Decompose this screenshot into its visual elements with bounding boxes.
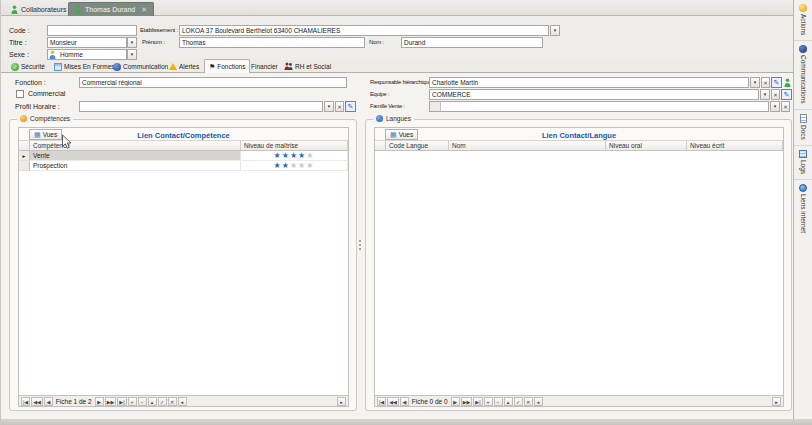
equipe-label: Equipe : [370, 91, 389, 97]
logs-icon [799, 150, 807, 158]
tab-communication[interactable]: Communication [113, 61, 168, 72]
panel-splitter[interactable] [358, 240, 362, 256]
code-input[interactable] [47, 25, 137, 36]
record-position-label: Fiche 0 de 0 [412, 398, 448, 405]
sidebar-item-label: Docs [800, 125, 807, 140]
scroll-left-button[interactable]: ◂ [534, 397, 543, 406]
close-icon[interactable]: ✕ [141, 6, 147, 14]
sexe-dropdown-icon[interactable]: ▼ [127, 49, 137, 60]
cancel-button[interactable]: ✕ [524, 397, 533, 406]
competences-grid-body [19, 171, 348, 395]
sidebar-item-liens-internet[interactable]: Liens internet [794, 180, 812, 238]
prenom-label: Prénom : [142, 39, 165, 45]
titre-combobox[interactable] [47, 37, 127, 48]
famille-vente-field[interactable] [429, 101, 769, 112]
next-record-button[interactable]: ▶ [95, 397, 104, 406]
responsable-edit-icon[interactable]: ✎ [771, 77, 782, 88]
tab-label: Mises En Formes [64, 63, 115, 70]
scroll-right-button[interactable]: ▸ [337, 397, 346, 406]
sexe-combobox[interactable] [47, 49, 127, 60]
responsable-dropdown-icon[interactable]: ▼ [750, 77, 760, 88]
delete-record-button[interactable]: − [138, 397, 147, 406]
vues-button[interactable]: ▦ Vues [29, 129, 62, 140]
column-header-niveau-oral[interactable]: Niveau oral [606, 141, 687, 151]
column-header-code-langue[interactable]: Code Langue [386, 141, 449, 151]
internet-icon [799, 184, 807, 192]
tab-fonctions[interactable]: ⚑ Fonctions [204, 59, 250, 73]
equipe-edit-icon[interactable]: ✎ [781, 89, 792, 100]
column-header-niveau-ecrit[interactable]: Niveau écrit [687, 141, 783, 151]
langues-groupbox: Lien Contact/Langue ▦ Vues Code Langue N… [365, 119, 792, 411]
cancel-button[interactable]: ✕ [168, 397, 177, 406]
first-record-button[interactable]: |◀ [377, 397, 386, 406]
table-row[interactable]: Prospection ★★★★★ [19, 161, 348, 171]
niveau-stars[interactable]: ★★★★★ [241, 161, 348, 171]
tab-financier[interactable]: Financier [251, 61, 278, 72]
etablissement-dropdown-icon[interactable]: ▼ [550, 25, 560, 36]
hr-icon [284, 62, 293, 71]
nom-input[interactable] [401, 37, 543, 48]
competences-navigator: |◀ ◀◀ ◀ Fiche 1 de 2 ▶ ▶▶ ▶| + − ▴ ✓ ✕ ◂… [19, 395, 348, 406]
selected-row-indicator-icon: ▸ [19, 151, 30, 161]
first-record-button[interactable]: |◀ [21, 397, 30, 406]
prev-record-button[interactable]: ◀ [400, 397, 409, 406]
equipe-clear-icon[interactable]: ✕ [771, 89, 780, 100]
add-record-button[interactable]: + [128, 397, 137, 406]
langues-group-label: Langues [373, 115, 414, 122]
langues-column-headers: Code Langue Nom Niveau oral Niveau écrit [375, 141, 783, 151]
sidebar-item-docs[interactable]: Docs [794, 110, 812, 146]
commit-button[interactable]: ✓ [158, 397, 167, 406]
responsable-combobox[interactable] [429, 77, 749, 88]
tab-securite[interactable]: ✓ Sécurité [11, 61, 45, 72]
tab-thomas-durand[interactable]: Thomas Durand ✕ [68, 2, 154, 16]
column-header-nom[interactable]: Nom [449, 141, 606, 151]
sidebar-item-communications[interactable]: Communications [794, 41, 812, 109]
vues-button[interactable]: ▦ Vues [385, 129, 418, 140]
tab-label: Thomas Durand [85, 6, 135, 13]
person-icon [11, 5, 18, 14]
last-record-button[interactable]: ▶| [473, 397, 482, 406]
next-page-button[interactable]: ▶▶ [105, 397, 117, 406]
responsable-clear-icon[interactable]: ✕ [761, 77, 770, 88]
etablissement-input[interactable] [179, 25, 549, 36]
commit-button[interactable]: ✓ [514, 397, 523, 406]
tab-alertes[interactable]: Alertes [169, 61, 199, 72]
next-record-button[interactable]: ▶ [451, 397, 460, 406]
profil-horaire-clear-icon[interactable]: ✕ [335, 101, 344, 112]
sidebar-item-logs[interactable]: Logs [794, 146, 812, 180]
titre-dropdown-icon[interactable]: ▼ [127, 37, 137, 48]
niveau-stars[interactable]: ★★★★★ [241, 151, 348, 161]
commercial-checkbox[interactable] [16, 90, 24, 98]
prev-page-button[interactable]: ◀◀ [387, 397, 399, 406]
nom-label: Nom : [369, 39, 384, 45]
prenom-input[interactable] [179, 37, 365, 48]
equipe-dropdown-icon[interactable]: ▼ [760, 89, 770, 100]
prev-record-button[interactable]: ◀ [44, 397, 53, 406]
profil-horaire-combobox[interactable] [79, 101, 323, 112]
famille-vente-clear-icon[interactable]: ✕ [781, 101, 790, 112]
group-label-text: Langues [386, 115, 411, 122]
column-header-niveau[interactable]: Niveau de maîtrise [241, 141, 348, 151]
edit-record-button[interactable]: ▴ [148, 397, 157, 406]
sidebar-item-actions[interactable]: Actions [794, 0, 812, 41]
next-page-button[interactable]: ▶▶ [461, 397, 473, 406]
add-record-button[interactable]: + [484, 397, 493, 406]
profil-horaire-dropdown-icon[interactable]: ▼ [324, 101, 334, 112]
tab-collaborateurs[interactable]: Collaborateurs [5, 2, 73, 16]
fonction-input[interactable] [79, 77, 347, 88]
equipe-combobox[interactable] [429, 89, 759, 100]
edit-record-button[interactable]: ▴ [504, 397, 513, 406]
scroll-right-button[interactable]: ▸ [772, 397, 781, 406]
vues-button-label: Vues [399, 131, 414, 138]
competence-cell: Vente [30, 151, 241, 161]
prev-page-button[interactable]: ◀◀ [31, 397, 43, 406]
tab-label: RH et Social [295, 63, 331, 70]
profil-horaire-edit-icon[interactable]: ✎ [345, 101, 356, 112]
last-record-button[interactable]: ▶| [117, 397, 126, 406]
delete-record-button[interactable]: − [494, 397, 503, 406]
famille-vente-dropdown-icon[interactable]: ▼ [770, 101, 780, 112]
tab-mises-en-formes[interactable]: Mises En Formes [54, 61, 115, 72]
scroll-left-button[interactable]: ◂ [178, 397, 187, 406]
tab-rh-et-social[interactable]: RH et Social [284, 61, 331, 72]
table-row[interactable]: ▸ Vente ★★★★★ [19, 151, 348, 161]
